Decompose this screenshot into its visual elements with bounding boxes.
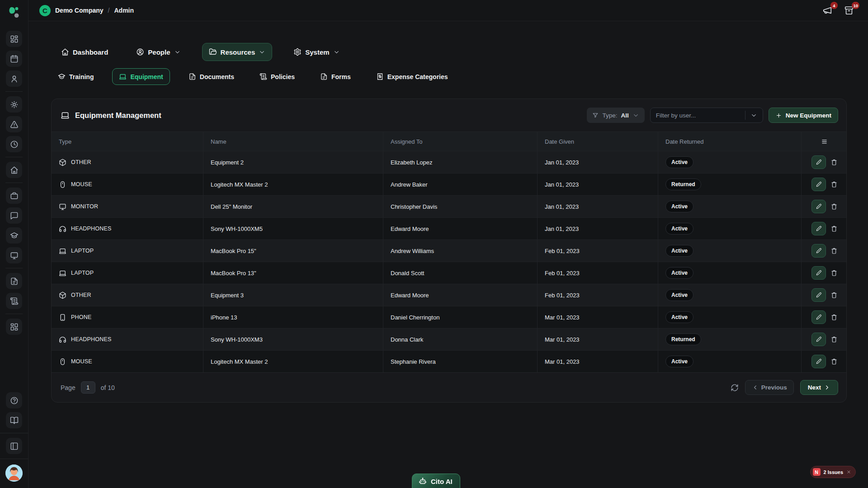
type-label: HEADPHONES <box>71 225 112 232</box>
layout-grid-icon <box>10 35 19 43</box>
tab-training[interactable]: Training <box>51 68 100 85</box>
edit-button[interactable] <box>811 288 826 302</box>
sidebar-button-calendar[interactable] <box>6 51 22 67</box>
sidebar-button-file-text[interactable] <box>6 273 22 289</box>
table-row: HEADPHONES Sony WH-1000XM5 Edward Moore … <box>52 217 846 239</box>
column-header-assigned-to: Assigned To <box>383 132 538 151</box>
table-body: OTHER Equipment 2 Elizabeth Lopez Jan 01… <box>52 151 846 372</box>
menu-icon[interactable] <box>821 138 828 145</box>
delete-button[interactable] <box>830 358 838 365</box>
status-badge: Active <box>665 311 693 323</box>
announcements-button[interactable]: 4 <box>822 5 834 16</box>
sidebar-button-graduation-cap[interactable] <box>6 227 22 244</box>
type-label: OTHER <box>71 292 91 298</box>
delete-button[interactable] <box>830 203 838 210</box>
sidebar-button-message-square[interactable] <box>6 207 22 224</box>
issues-close-button[interactable] <box>846 469 851 474</box>
column-header-date-given: Date Given <box>538 132 658 151</box>
sidebar-button-panel-left[interactable] <box>6 438 22 454</box>
sidebar-button-book-open[interactable] <box>6 412 22 428</box>
sidebar-button-alert-triangle[interactable] <box>6 116 22 132</box>
cell-type: MONITOR <box>52 196 203 217</box>
delete-button[interactable] <box>830 159 838 166</box>
sidebar-button-scroll[interactable] <box>6 293 22 309</box>
book-open-icon <box>10 416 19 425</box>
inbox-button[interactable]: 10 <box>844 5 856 16</box>
cell-type: HEADPHONES <box>52 218 203 239</box>
sidebar-button-briefcase[interactable] <box>6 188 22 204</box>
cito-ai-button[interactable]: Cito AI <box>412 474 460 488</box>
delete-button[interactable] <box>830 336 838 343</box>
sidebar-button-layout-grid-2[interactable] <box>6 319 22 335</box>
pencil-icon <box>816 203 822 210</box>
sidebar-button-monitor[interactable] <box>6 247 22 263</box>
sidebar-divider <box>5 268 23 268</box>
pencil-icon <box>816 270 822 276</box>
sidebar-button-home[interactable] <box>6 162 22 178</box>
cell-assigned-to: Donald Scott <box>383 262 538 284</box>
nav-item-dashboard[interactable]: Dashboard <box>54 43 115 61</box>
tab-policies[interactable]: Policies <box>253 68 302 85</box>
tab-documents[interactable]: Documents <box>182 68 241 85</box>
layout-grid-2-icon <box>10 323 19 331</box>
column-header-name: Name <box>203 132 383 151</box>
edit-button[interactable] <box>811 355 826 368</box>
sidebar-button-sun[interactable] <box>6 96 22 113</box>
chevron-down-icon <box>750 112 757 119</box>
delete-button[interactable] <box>830 247 838 254</box>
delete-button[interactable] <box>830 225 838 232</box>
delete-button[interactable] <box>830 314 838 321</box>
page-label: Page <box>61 384 75 391</box>
trash-icon <box>830 269 838 277</box>
edit-button[interactable] <box>811 155 826 169</box>
laptop-icon <box>59 269 66 277</box>
sidebar-button-help-circle[interactable] <box>6 392 22 408</box>
edit-button[interactable] <box>811 178 826 191</box>
edit-button[interactable] <box>811 200 826 213</box>
previous-page-button[interactable]: Previous <box>745 380 794 395</box>
edit-button[interactable] <box>811 310 826 324</box>
type-label: LAPTOP <box>71 248 94 254</box>
trash-icon <box>830 203 838 210</box>
gear-icon <box>293 48 302 56</box>
tab-forms[interactable]: Forms <box>313 68 358 85</box>
edit-button[interactable] <box>811 244 826 258</box>
user-filter-chevron-button[interactable] <box>745 108 763 122</box>
delete-button[interactable] <box>830 181 838 188</box>
edit-button[interactable] <box>811 222 826 235</box>
delete-button[interactable] <box>830 291 838 299</box>
panel-title-wrap: Equipment Management <box>61 111 161 120</box>
message-square-icon <box>10 211 19 220</box>
user-avatar[interactable] <box>5 465 23 482</box>
edit-button[interactable] <box>811 266 826 280</box>
nav-item-people[interactable]: People <box>129 43 187 61</box>
delete-button[interactable] <box>830 269 838 277</box>
cell-actions <box>802 151 847 173</box>
cell-type: LAPTOP <box>52 240 203 262</box>
sidebar-button-layout-grid[interactable] <box>6 31 22 47</box>
nav-item-system[interactable]: System <box>287 43 346 61</box>
edit-button[interactable] <box>811 333 826 346</box>
new-equipment-button[interactable]: New Equipment <box>769 108 838 123</box>
status-badge: Active <box>665 201 693 212</box>
cito-ai-label: Cito AI <box>431 478 453 485</box>
cell-date-returned: Returned <box>658 174 802 195</box>
sidebar-button-user[interactable] <box>6 70 22 87</box>
tab-equipment[interactable]: Equipment <box>112 68 170 85</box>
next-page-button[interactable]: Next <box>800 380 838 395</box>
chevron-right-icon <box>824 384 830 391</box>
type-filter-dropdown[interactable]: Type: All <box>587 108 644 123</box>
cell-actions <box>802 262 847 284</box>
tab-expense-categories[interactable]: Expense Categories <box>369 68 455 85</box>
refresh-button[interactable] <box>731 384 739 392</box>
nav-item-resources[interactable]: Resources <box>202 43 273 61</box>
new-equipment-label: New Equipment <box>786 112 831 119</box>
user-filter-input[interactable] <box>651 108 745 122</box>
main-content: DashboardPeopleResourcesSystem TrainingE… <box>28 21 868 403</box>
cell-date-returned: Active <box>658 196 802 217</box>
sidebar-button-clock[interactable] <box>6 136 22 152</box>
cell-name: Logitech MX Master 2 <box>203 174 383 195</box>
cell-name: MacBook Pro 13" <box>203 262 383 284</box>
pencil-icon <box>816 314 822 320</box>
chevron-down-icon <box>174 49 181 56</box>
